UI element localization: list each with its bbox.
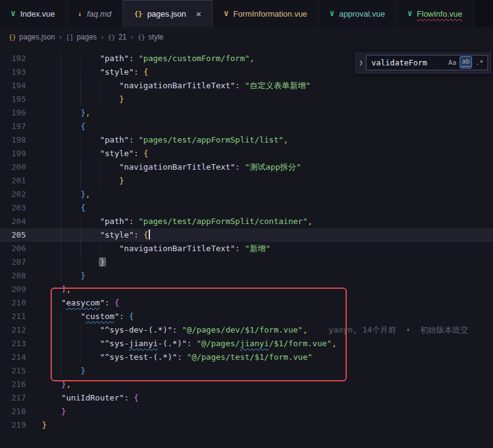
code-token xyxy=(42,203,81,212)
line-number: 201 xyxy=(0,174,42,188)
line-number: 212 xyxy=(0,323,42,337)
code-token: "navigationBarTitleText" xyxy=(119,162,235,172)
code-token: jianyi xyxy=(240,339,269,348)
find-collapse-chevron-icon[interactable]: ❯ xyxy=(356,52,366,73)
breadcrumb-separator-icon: › xyxy=(131,33,133,41)
code-text: "style": { xyxy=(42,147,148,160)
code-text: } xyxy=(42,174,124,188)
tab-pages-json[interactable]: {}pages.json× xyxy=(123,0,213,27)
tab-index-vue[interactable]: VIndex.vue xyxy=(0,0,67,27)
code-token: : xyxy=(124,393,134,402)
code-token: "新增" xyxy=(245,244,271,253)
code-token: "@/pages/ xyxy=(196,339,239,348)
code-line[interactable]: 196 }, xyxy=(0,106,493,120)
code-token: : xyxy=(235,81,245,90)
find-widget: ❯ Aaab.* xyxy=(355,52,491,73)
match-case-toggle[interactable]: Aa xyxy=(446,56,458,68)
code-line[interactable]: 215 } xyxy=(0,364,493,378)
code-line[interactable]: 210 "easycom": { xyxy=(0,296,493,310)
code-line[interactable]: 217 "uniIdRouter": { xyxy=(0,391,493,405)
breadcrumb-item-style[interactable]: {}style xyxy=(138,33,164,41)
regex-toggle[interactable]: .* xyxy=(473,56,486,68)
code-line[interactable]: 202 }, xyxy=(0,188,493,201)
tab-faq-md[interactable]: ↓faq.md xyxy=(67,0,123,27)
code-token: "^sys-dev-(.*)" xyxy=(100,325,172,334)
line-number: 196 xyxy=(0,106,42,120)
tab-label: Index.vue xyxy=(20,9,55,19)
close-tab-icon[interactable]: × xyxy=(196,9,202,19)
code-token: : xyxy=(129,54,139,63)
code-token: } xyxy=(61,380,66,389)
code-token xyxy=(42,393,61,402)
code-token xyxy=(42,135,100,144)
line-number: 213 xyxy=(0,337,42,351)
line-number: 217 xyxy=(0,391,42,405)
breadcrumb-item-pages-json[interactable]: {}pages.json xyxy=(9,33,55,41)
code-text: { xyxy=(42,201,85,215)
find-input[interactable] xyxy=(370,57,446,68)
breadcrumb-item-21[interactable]: {}21 xyxy=(108,33,126,41)
code-line[interactable]: 219} xyxy=(0,418,493,432)
code-token: , xyxy=(303,325,308,334)
code-line[interactable]: 203 { xyxy=(0,201,493,215)
line-number: 214 xyxy=(0,351,42,364)
code-line[interactable]: 201 } xyxy=(0,174,493,188)
code-token xyxy=(42,312,81,321)
code-token: } xyxy=(99,257,106,267)
code-token: jianyi xyxy=(129,339,158,348)
code-line[interactable]: 216 }, xyxy=(0,378,493,391)
code-line[interactable]: 198 "path": "pages/test/appFormSplit/lis… xyxy=(0,133,493,147)
code-line[interactable]: 211 "custom": { xyxy=(0,310,493,323)
code-line[interactable]: 212 "^sys-dev-(.*)": "@/pages/dev/$1/for… xyxy=(0,323,493,337)
code-line[interactable]: 218 } xyxy=(0,405,493,418)
code-line[interactable]: 194 "navigationBarTitleText": "自定义表单新增" xyxy=(0,79,493,93)
code-text: } xyxy=(42,93,124,106)
code-line[interactable]: 199 "style": { xyxy=(0,147,493,160)
line-number: 209 xyxy=(0,283,42,296)
code-token: "pages/test/appFormSplit/list" xyxy=(139,135,284,144)
breadcrumb-item-pages[interactable]: []pages xyxy=(66,33,97,41)
code-token: { xyxy=(129,312,134,321)
code-line[interactable]: 205 "style": { xyxy=(0,228,493,242)
code-line[interactable]: 208 } xyxy=(0,269,493,283)
code-line[interactable]: 207 } xyxy=(0,255,493,269)
code-line[interactable]: 206 "navigationBarTitleText": "新增" xyxy=(0,242,493,255)
tab-forminformation-vue[interactable]: VFormInformation.vue xyxy=(213,0,319,27)
breadcrumb-separator-icon: › xyxy=(101,33,104,41)
line-number: 192 xyxy=(0,52,42,65)
whole-word-toggle[interactable]: ab xyxy=(460,56,472,68)
json-icon: {} xyxy=(134,10,142,18)
code-text: "style": { xyxy=(42,228,150,242)
code-token: } xyxy=(81,271,86,280)
code-line[interactable]: 197 { xyxy=(0,120,493,133)
code-text: "custom": { xyxy=(42,310,134,323)
code-token xyxy=(42,189,81,199)
code-line[interactable]: 204 "path": "pages/test/appFormSplit/con… xyxy=(0,215,493,228)
code-line[interactable]: 213 "^sys-jianyi-(.*)": "@/pages/jianyi/… xyxy=(0,337,493,351)
tab-flowinfo-vue[interactable]: VFlowInfo.vue xyxy=(397,0,474,27)
code-text: "easycom": { xyxy=(42,296,119,310)
tab-label: faq.md xyxy=(87,9,112,19)
find-options: Aaab.* xyxy=(446,56,486,68)
tab-approval-vue[interactable]: Vapproval.vue xyxy=(319,0,397,27)
code-token: "测试app拆分" xyxy=(245,162,301,172)
code-token xyxy=(42,352,100,362)
line-number: 200 xyxy=(0,160,42,174)
code-token: : xyxy=(105,298,115,307)
markdown-icon: ↓ xyxy=(78,10,82,18)
code-line[interactable]: 195 } xyxy=(0,93,493,106)
code-token: } xyxy=(61,407,66,416)
code-text: } xyxy=(42,405,66,418)
line-number: 205 xyxy=(0,228,42,242)
code-token: : xyxy=(235,244,245,253)
code-line[interactable]: 214 "^sys-test-(.*)": "@/pages/test/$1/f… xyxy=(0,351,493,364)
breadcrumb: {}pages.json›[]pages›{}21›{}style xyxy=(0,27,493,47)
code-text: "navigationBarTitleText": "测试app拆分" xyxy=(42,160,301,174)
vue-icon: V xyxy=(408,10,412,18)
line-number: 216 xyxy=(0,378,42,391)
code-line[interactable]: 200 "navigationBarTitleText": "测试app拆分" xyxy=(0,160,493,174)
code-line[interactable]: 209 ], xyxy=(0,283,493,296)
editor[interactable]: 192 "path": "pages/customForm/form",193 … xyxy=(0,47,493,448)
code-token: { xyxy=(81,122,86,131)
line-number: 208 xyxy=(0,269,42,283)
